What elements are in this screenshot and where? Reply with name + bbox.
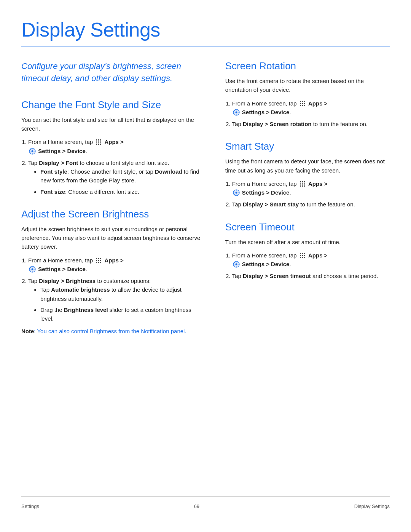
font-size-bullet: Font size: Choose a different font size. (40, 187, 202, 196)
screen-rotation-label: Display > Screen rotation (243, 121, 311, 127)
auto-brightness-bold: Automatic brightness (51, 286, 110, 293)
apps-icon-b (95, 257, 102, 264)
svg-rect-25 (302, 101, 303, 102)
settings-icon (29, 148, 36, 155)
display-brightness-label: Display > Brightness (39, 278, 96, 284)
svg-rect-13 (98, 258, 99, 259)
smart-stay-steps-list: From a Home screen, tap (232, 179, 390, 209)
section-brightness-body: Adjust the screen brightness to suit you… (21, 225, 202, 251)
page-title: Display Settings (21, 18, 390, 41)
svg-rect-52 (302, 255, 303, 256)
apps-label: Apps > (104, 139, 123, 145)
svg-point-59 (235, 264, 237, 265)
timeout-steps-list: From a Home screen, tap (232, 251, 390, 281)
svg-rect-8 (100, 144, 101, 145)
settings-device-label-t: Settings > Device (242, 261, 290, 267)
settings-device-label-r: Settings > Device (242, 109, 290, 115)
apps-label-r: Apps > (308, 100, 327, 107)
svg-point-23 (32, 268, 33, 270)
svg-rect-56 (304, 257, 305, 258)
settings-icon-r (233, 109, 240, 116)
svg-rect-55 (302, 257, 303, 258)
apps-label-ss: Apps > (308, 181, 327, 187)
footer-right: Display Settings (354, 503, 390, 509)
svg-rect-32 (304, 105, 305, 106)
settings-device-label-b: Settings > Device (38, 266, 86, 272)
section-font-body: You can set the font style and size for … (21, 115, 202, 133)
smart-stay-step-1: From a Home screen, tap (232, 179, 390, 197)
timeout-step-2: Tap Display > Screen timeout and choose … (232, 272, 390, 280)
svg-rect-53 (304, 255, 305, 256)
svg-rect-24 (300, 101, 301, 102)
svg-rect-14 (100, 258, 101, 259)
svg-rect-37 (302, 181, 303, 182)
svg-rect-39 (300, 183, 301, 184)
svg-rect-30 (300, 105, 301, 106)
section-brightness: Adjust the Screen Brightness Adjust the … (21, 208, 202, 336)
display-font-label: Display > Font (39, 160, 78, 166)
brightness-step-1: From a Home screen, tap (28, 256, 202, 274)
rotation-step-1: From a Home screen, tap (232, 99, 390, 117)
section-brightness-title: Adjust the Screen Brightness (21, 208, 202, 220)
left-column: Configure your display's brightness, scr… (21, 60, 202, 496)
svg-rect-3 (96, 142, 97, 143)
svg-rect-43 (302, 185, 303, 187)
svg-rect-38 (304, 181, 305, 182)
font-style-bullet: Font style: Choose another font style, o… (40, 167, 202, 185)
font-size-bold: Font size (40, 189, 65, 195)
svg-rect-26 (304, 101, 305, 102)
page: Display Settings Configure your display'… (0, 0, 411, 532)
svg-rect-1 (98, 139, 99, 141)
brightness-bullets: Tap Automatic brightness to allow the de… (40, 285, 202, 323)
apps-icon (95, 139, 102, 145)
brightness-steps-list: From a Home screen, tap (28, 256, 202, 323)
footer-left: Settings (21, 503, 39, 509)
brightness-note: Note: You can also control Brightness fr… (21, 327, 202, 335)
svg-rect-50 (304, 253, 305, 254)
svg-rect-40 (302, 183, 303, 184)
svg-rect-28 (302, 103, 303, 104)
svg-rect-36 (300, 181, 301, 182)
svg-rect-18 (96, 262, 97, 263)
intro-text: Configure your display's brightness, scr… (21, 60, 181, 85)
apps-label-t: Apps > (308, 252, 327, 259)
apps-icon-ss (299, 181, 306, 187)
svg-rect-6 (96, 144, 97, 145)
svg-rect-16 (98, 260, 99, 261)
svg-rect-42 (300, 185, 301, 187)
screen-rotation-title: Screen Rotation (225, 60, 390, 72)
section-screen-timeout: Screen Timeout Turn the screen off after… (225, 221, 390, 281)
svg-rect-17 (100, 260, 101, 261)
svg-rect-48 (300, 253, 301, 254)
font-step-1: From a Home screen, tap (28, 137, 202, 155)
svg-rect-44 (304, 185, 305, 187)
svg-rect-27 (300, 103, 301, 104)
settings-icon-ss (233, 189, 240, 196)
svg-rect-54 (300, 257, 301, 258)
svg-rect-29 (304, 103, 305, 104)
section-screen-rotation: Screen Rotation Use the front camera to … (225, 60, 390, 128)
svg-rect-41 (304, 183, 305, 184)
apps-icon-t (299, 252, 306, 259)
brightness-step-2: Tap Display > Brightness to customize op… (28, 276, 202, 323)
smart-stay-step-2: Tap Display > Smart stay to turn the fea… (232, 200, 390, 209)
footer-page-number: 69 (194, 503, 199, 509)
svg-rect-31 (302, 105, 303, 106)
apps-label-b: Apps > (104, 257, 123, 264)
brightness-level-bullet: Drag the Brightness level slider to set … (40, 305, 202, 323)
section-font-title: Change the Font Style and Size (21, 99, 202, 111)
svg-rect-51 (300, 255, 301, 256)
note-label: Note (21, 328, 34, 334)
font-style-bold: Font style (40, 168, 67, 175)
smart-stay-body: Using the front camera to detect your fa… (225, 157, 390, 175)
settings-device-label-1: Settings > Device (38, 148, 86, 154)
auto-brightness-bullet: Tap Automatic brightness to allow the de… (40, 285, 202, 303)
smart-stay-label: Display > Smart stay (243, 201, 299, 208)
section-font-style: Change the Font Style and Size You can s… (21, 99, 202, 196)
rotation-step-2: Tap Display > Screen rotation to turn th… (232, 120, 390, 128)
screen-timeout-body: Turn the screen off after a set amount o… (225, 238, 390, 246)
svg-rect-49 (302, 253, 303, 254)
download-bold: Download (155, 168, 182, 175)
svg-rect-4 (98, 142, 99, 143)
title-divider (21, 46, 390, 46)
